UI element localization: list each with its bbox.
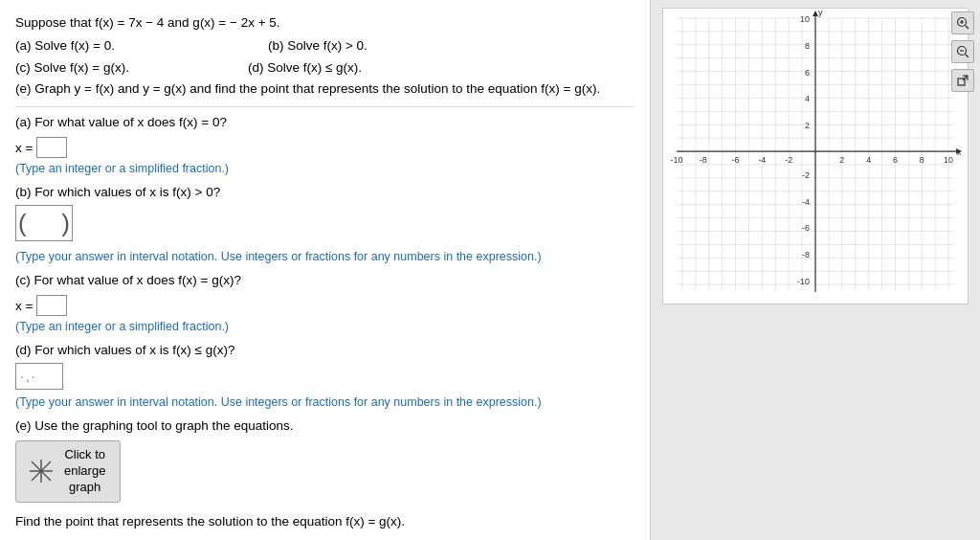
left-panel: Suppose that f(x) = 7x − 4 and g(x) = − … bbox=[0, 0, 651, 540]
right-panel: .grid-line { stroke: #ccc; stroke-width:… bbox=[651, 0, 980, 540]
svg-text:6: 6 bbox=[805, 68, 810, 78]
part-e-block: (e) Use the graphing tool to graph the e… bbox=[15, 418, 635, 503]
svg-text:-6: -6 bbox=[732, 155, 740, 165]
svg-text:6: 6 bbox=[893, 155, 898, 165]
part-a-hint: (Type an integer or a simplified fractio… bbox=[15, 162, 635, 175]
bottom-text: Find the point that represents the solut… bbox=[15, 514, 635, 529]
part-d-input[interactable]: · , · bbox=[15, 363, 63, 390]
part-a-answer-label: x = bbox=[15, 141, 33, 155]
graph-icons bbox=[951, 11, 974, 92]
part-e-instruction: (e) Use the graphing tool to graph the e… bbox=[15, 418, 635, 433]
svg-line-76 bbox=[966, 55, 969, 58]
part-b-hint: (Type your answer in interval notation. … bbox=[15, 250, 635, 263]
part-b-label: (b) Solve f(x) > 0. bbox=[268, 36, 368, 56]
svg-text:-6: -6 bbox=[802, 223, 810, 233]
part-c-question: (c) For what value of x does f(x) = g(x)… bbox=[15, 273, 635, 287]
part-a-question: (a) For what value of x does f(x) = 0? bbox=[15, 115, 635, 129]
zoom-in-icon[interactable] bbox=[951, 11, 974, 34]
svg-text:8: 8 bbox=[920, 155, 924, 165]
external-link-icon[interactable] bbox=[951, 69, 974, 92]
intro-text: Suppose that f(x) = 7x − 4 and g(x) = − … bbox=[15, 13, 635, 99]
svg-text:2: 2 bbox=[839, 155, 844, 165]
enlarge-graph-icon bbox=[26, 456, 56, 486]
part-a-block: (a) For what value of x does f(x) = 0? x… bbox=[15, 115, 635, 175]
part-d-question: (d) For which values of x is f(x) ≤ g(x)… bbox=[15, 343, 635, 357]
svg-text:-4: -4 bbox=[802, 197, 810, 207]
y-axis-label: y bbox=[818, 9, 823, 17]
svg-text:-4: -4 bbox=[758, 155, 766, 165]
part-c-label: (c) Solve f(x) = g(x). bbox=[15, 58, 129, 78]
x-axis-label: x bbox=[957, 147, 962, 157]
svg-line-73 bbox=[966, 26, 969, 30]
svg-text:-2: -2 bbox=[785, 155, 792, 165]
svg-text:-10: -10 bbox=[670, 155, 682, 165]
part-c-block: (c) For what value of x does f(x) = g(x)… bbox=[15, 273, 635, 333]
svg-text:4: 4 bbox=[866, 155, 871, 165]
svg-text:4: 4 bbox=[805, 94, 810, 103]
part-e-label: (e) Graph y = f(x) and y = g(x) and find… bbox=[15, 81, 600, 96]
part-b-block: (b) For which values of x is f(x) > 0? (… bbox=[15, 185, 635, 263]
svg-text:-8: -8 bbox=[700, 155, 707, 165]
part-d-hint: (Type your answer in interval notation. … bbox=[15, 395, 635, 409]
svg-text:10: 10 bbox=[944, 155, 953, 165]
svg-text:-8: -8 bbox=[802, 250, 810, 259]
svg-text:-10: -10 bbox=[797, 277, 810, 286]
svg-text:2: 2 bbox=[805, 121, 810, 130]
part-b-input[interactable]: ( ) bbox=[15, 205, 73, 241]
zoom-out-icon[interactable] bbox=[951, 40, 974, 63]
graph-svg: .grid-line { stroke: #ccc; stroke-width:… bbox=[663, 9, 968, 304]
svg-text:10: 10 bbox=[800, 14, 810, 24]
part-c-answer-label: x = bbox=[15, 299, 33, 313]
part-d-label: (d) Solve f(x) ≤ g(x). bbox=[248, 58, 362, 78]
part-b-question: (b) For which values of x is f(x) > 0? bbox=[15, 185, 635, 199]
part-a-label: (a) Solve f(x) = 0. bbox=[15, 36, 115, 56]
intro-line1: Suppose that f(x) = 7x − 4 and g(x) = − … bbox=[15, 13, 635, 33]
enlarge-btn-text: Click to enlarge graph bbox=[64, 447, 105, 496]
svg-text:-2: -2 bbox=[802, 170, 810, 180]
part-c-hint: (Type an integer or a simplified fractio… bbox=[15, 320, 635, 333]
part-c-input[interactable] bbox=[36, 295, 67, 316]
part-a-input[interactable] bbox=[36, 137, 67, 158]
graph-container: .grid-line { stroke: #ccc; stroke-width:… bbox=[662, 8, 969, 304]
part-d-block: (d) For which values of x is f(x) ≤ g(x)… bbox=[15, 343, 635, 409]
svg-text:8: 8 bbox=[805, 41, 810, 51]
enlarge-graph-button[interactable]: Click to enlarge graph bbox=[15, 440, 121, 503]
